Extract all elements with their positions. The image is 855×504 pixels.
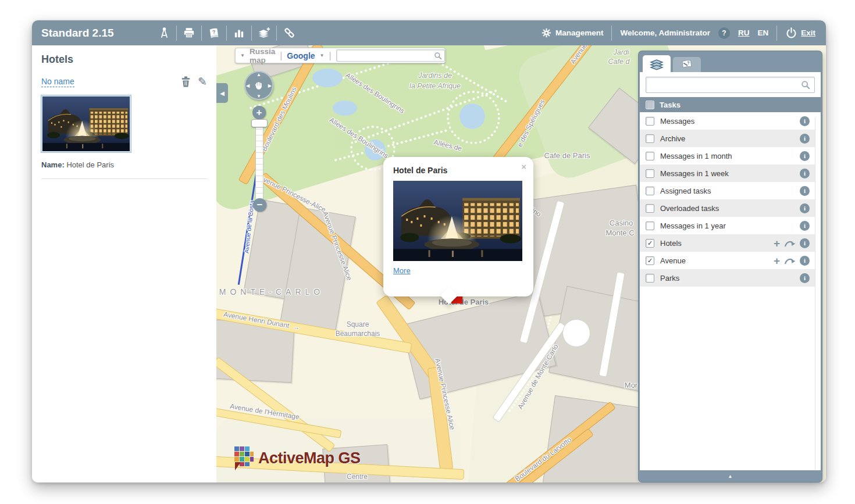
exit-button[interactable]: Exit: [785, 27, 815, 39]
gear-icon: [542, 28, 551, 38]
info-icon[interactable]: i: [800, 238, 810, 248]
popup-photo[interactable]: [393, 181, 522, 261]
pan-down-icon[interactable]: ▼: [256, 94, 261, 99]
zoom-in-button[interactable]: +: [252, 106, 266, 119]
layers-panel: ? Tasks Messages i Archive: [639, 51, 822, 482]
share-link-button[interactable]: [277, 20, 301, 45]
layer-checkbox[interactable]: ✓: [646, 256, 654, 265]
info-icon[interactable]: i: [800, 221, 810, 231]
search-icon: [801, 80, 810, 90]
layer-row-avenue[interactable]: ✓ Avenue + i: [640, 252, 815, 269]
popup-close-icon[interactable]: ×: [521, 162, 526, 171]
object-row: No name ✎: [41, 75, 207, 88]
popup-title: Hotel de Paris: [393, 166, 523, 175]
map-label-cafe-de-paris: Cafe de Paris: [544, 151, 590, 160]
layers-icon: [650, 58, 664, 70]
map-search-input[interactable]: [339, 51, 432, 60]
add-feature-icon[interactable]: +: [774, 255, 780, 266]
layer-search-input[interactable]: [650, 80, 797, 90]
pan-left-icon[interactable]: ◀: [246, 83, 250, 88]
layer-checkbox[interactable]: [646, 274, 654, 283]
layer-row[interactable]: Messages in 1 week i: [640, 165, 815, 182]
layer-label: Archive: [660, 134, 794, 143]
info-icon[interactable]: i: [800, 273, 810, 283]
layer-row[interactable]: Parks i: [640, 269, 815, 287]
popup-more-link[interactable]: More: [393, 266, 411, 275]
layer-label: Assigned tasks: [660, 187, 794, 195]
layer-row[interactable]: Assigned tasks i: [640, 182, 815, 199]
base-layer-select[interactable]: Russia map: [250, 47, 275, 65]
management-button[interactable]: Management: [542, 28, 604, 38]
layer-label: Messages in 1 year: [660, 221, 794, 230]
layer-checkbox[interactable]: [646, 204, 654, 213]
delete-icon[interactable]: [181, 76, 191, 87]
legend-icon: ?: [681, 59, 693, 70]
panel-scrollbar-track[interactable]: [815, 117, 821, 470]
arrow-right-icon: →: [293, 323, 301, 332]
statistics-button[interactable]: [227, 20, 251, 45]
object-name-link[interactable]: No name: [41, 77, 74, 87]
object-info-panel: Hotels No name ✎ Name: Hotel de Paris: [32, 45, 216, 482]
layer-checkbox[interactable]: ✓: [646, 239, 654, 248]
layer-checkbox[interactable]: [646, 221, 654, 230]
collapse-panel-button[interactable]: ◀: [216, 83, 228, 103]
pan-up-icon[interactable]: ▲: [256, 72, 261, 77]
map-pond: [333, 101, 357, 116]
add-feature-icon[interactable]: +: [774, 238, 780, 249]
zoom-out-button[interactable]: −: [253, 198, 266, 212]
base-layer-dropdown-icon[interactable]: ▼: [240, 53, 245, 58]
info-icon[interactable]: i: [800, 169, 810, 178]
info-icon[interactable]: i: [800, 203, 810, 213]
layer-row-hotels[interactable]: ✓ Hotels + i: [640, 234, 815, 252]
divider: [41, 178, 207, 179]
layer-label: Parks: [660, 274, 794, 283]
object-photo-thumbnail[interactable]: [41, 95, 131, 152]
info-icon[interactable]: i: [800, 116, 810, 126]
lang-en-link[interactable]: EN: [757, 28, 768, 37]
layer-checkbox[interactable]: [646, 117, 654, 126]
layer-row[interactable]: Messages i: [640, 112, 815, 130]
provider-select[interactable]: Google: [287, 51, 315, 60]
layer-checkbox[interactable]: [646, 134, 654, 143]
welcome-text: Welcome, Administrator: [620, 28, 710, 37]
tab-layers[interactable]: [643, 55, 671, 72]
hand-icon: [254, 81, 264, 91]
group-header-tasks[interactable]: Tasks: [640, 97, 821, 112]
edit-icon[interactable]: ✎: [198, 75, 207, 88]
layer-row[interactable]: Messages in 1 month i: [640, 147, 815, 165]
redo-arrow-icon[interactable]: [784, 239, 796, 248]
layer-label: Avenue: [660, 256, 768, 265]
measure-tool-button[interactable]: [152, 20, 176, 45]
info-icon[interactable]: i: [800, 134, 810, 144]
zoom-slider-track[interactable]: [255, 123, 263, 201]
map-label-jardins: Jardins de: [418, 72, 452, 80]
help-badge[interactable]: ?: [718, 27, 730, 39]
exit-label: Exit: [801, 28, 815, 37]
lang-ru-link[interactable]: RU: [738, 28, 750, 37]
management-label: Management: [555, 28, 604, 37]
layer-row[interactable]: Messages in 1 year i: [640, 217, 815, 234]
layer-checkbox[interactable]: [646, 152, 654, 160]
group-checkbox[interactable]: [646, 101, 654, 109]
object-name-row: Name: Hotel de Paris: [41, 160, 207, 169]
info-icon[interactable]: i: [800, 256, 810, 266]
name-value: Hotel de Paris: [66, 160, 114, 169]
help-book-button[interactable]: ?: [202, 20, 226, 45]
print-button[interactable]: [177, 20, 201, 45]
info-icon[interactable]: i: [800, 186, 810, 196]
redo-arrow-icon[interactable]: [784, 256, 796, 265]
tab-legend[interactable]: ?: [673, 57, 701, 72]
layer-row[interactable]: Overloaded tasks i: [640, 199, 815, 217]
panel-collapse-button[interactable]: ▲: [639, 470, 822, 482]
layer-search-box: [646, 77, 815, 93]
layer-row[interactable]: Archive i: [640, 130, 815, 147]
add-layer-button[interactable]: [252, 20, 276, 45]
provider-dropdown-icon[interactable]: ▼: [320, 53, 325, 58]
pan-control[interactable]: ▲ ▼ ◀ ▶: [244, 71, 273, 100]
layer-checkbox[interactable]: [646, 169, 654, 178]
info-icon[interactable]: i: [800, 151, 810, 161]
zoom-slider-handle[interactable]: [251, 119, 268, 127]
layer-checkbox[interactable]: [646, 187, 654, 195]
pan-right-icon[interactable]: ▶: [268, 83, 272, 88]
object-actions: ✎: [181, 75, 207, 88]
